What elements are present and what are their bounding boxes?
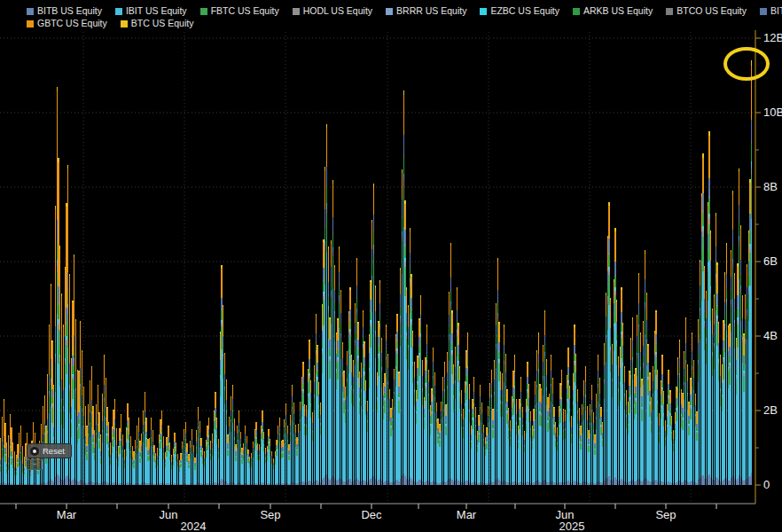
- bar-segment-ezbc: [348, 350, 349, 352]
- bar-segment-btc: [508, 408, 509, 409]
- bar-segment-bitb: [535, 481, 536, 485]
- legend-item-arkb[interactable]: ARKB US Equity: [573, 5, 653, 17]
- zoom-control-icon[interactable]: +: [27, 459, 43, 470]
- bar-segment-ezbc: [628, 424, 629, 425]
- legend-item-gbtc[interactable]: GBTC US Equity: [27, 18, 107, 29]
- bar-segment-btc: [651, 397, 652, 398]
- bar-segment-arkb: [690, 401, 691, 405]
- legend-item-fbtc[interactable]: FBTC US Equity: [200, 5, 279, 17]
- bar-segment-gbtc: [718, 324, 719, 343]
- bar-segment-bitx: [88, 426, 89, 430]
- legend-item-bitb[interactable]: BITB US Equity: [27, 5, 102, 17]
- bar-segment-btc: [716, 213, 716, 216]
- bar-segment-btc: [317, 345, 317, 347]
- bar-segment-hodl: [282, 452, 283, 453]
- bar-segment-bitx: [500, 390, 501, 395]
- bar-segment-bitb: [700, 478, 700, 485]
- bar-segment-ibit: [36, 468, 37, 483]
- bar-segment-hodl: [246, 450, 247, 450]
- bar-segment-ezbc: [394, 392, 395, 393]
- bar-segment-hodl: [82, 411, 82, 412]
- bar-segment-ibit: [395, 387, 396, 481]
- bar-segment-ibit: [628, 434, 629, 482]
- legend-item-brrr[interactable]: BRRR US Equity: [386, 5, 466, 17]
- bar-segment-ibit: [567, 399, 568, 481]
- bar-segment-ibit: [31, 469, 32, 484]
- bar-segment-bitb: [320, 482, 321, 485]
- bar-segment-hodl: [535, 407, 536, 409]
- bar-segment-bitx: [271, 456, 272, 458]
- bar-segment-ibit: [457, 356, 457, 479]
- bar-segment-bitx: [227, 443, 228, 446]
- bar-segment-ezbc: [160, 440, 160, 441]
- legend-item-btco[interactable]: BTCO US Equity: [666, 5, 747, 17]
- bar-segment-gbtc: [450, 246, 451, 277]
- bar-segment-hodl: [514, 387, 515, 389]
- bar-segment-bitx: [152, 442, 153, 444]
- bar-segment-ibit: [481, 434, 482, 482]
- bar-segment-btco: [49, 383, 50, 384]
- bar-segment-arkb: [231, 416, 231, 419]
- bar-segment-brrr: [398, 398, 399, 399]
- bar-segment-gbtc: [386, 327, 387, 340]
- bar-segment-fbtc: [583, 410, 584, 420]
- legend-item-ezbc[interactable]: EZBC US Equity: [480, 5, 559, 17]
- bar-segment-arkb: [465, 399, 465, 403]
- bar-segment-ibit: [751, 219, 752, 473]
- bar-segment-bitb: [422, 481, 423, 485]
- legend-item-btc[interactable]: BTC US Equity: [121, 18, 194, 29]
- bar-segment-fbtc: [8, 465, 9, 470]
- bar-segment-hodl: [649, 403, 650, 405]
- bloomberg-volume-chart: MarJunSepDecMarJunSep2024202502B4B6B8B10…: [0, 0, 782, 532]
- bar-segment-hodl: [630, 377, 631, 379]
- bar-segment-bitx: [127, 420, 128, 425]
- bar-segment-ibit: [347, 396, 348, 481]
- bar-segment-btco: [557, 440, 558, 441]
- bar-segment-bitb: [33, 483, 34, 485]
- bar-segment-brrr: [553, 426, 554, 426]
- bar-segment-bitx: [214, 421, 215, 425]
- bar-segment-ibit: [243, 460, 244, 484]
- bar-segment-brrr: [220, 377, 221, 378]
- bar-segment-btc: [378, 321, 379, 323]
- bar-segment-bitx: [728, 351, 729, 359]
- bar-segment-btc: [669, 390, 670, 391]
- bar-segment-bitb: [356, 478, 357, 485]
- legend-item-bitx[interactable]: BITX US Equity: [760, 5, 782, 17]
- bar-segment-btc: [347, 351, 348, 353]
- bar-segment-btco: [67, 288, 68, 291]
- bar-segment-bitx: [168, 437, 168, 440]
- bar-segment-btc: [262, 411, 262, 411]
- bar-segment-bitx: [253, 448, 254, 450]
- bar-segment-hodl: [262, 431, 262, 432]
- bar-segment-btco: [575, 379, 576, 379]
- bar-segment-brrr: [616, 342, 617, 344]
- bar-segment-btco: [2, 445, 3, 446]
- chart-plot-area[interactable]: MarJunSepDecMarJunSep2024202502B4B6B8B10…: [0, 0, 782, 532]
- bar-segment-bitb: [596, 482, 597, 485]
- bar-segment-bitb: [331, 478, 332, 485]
- legend-item-ibit[interactable]: IBIT US Equity: [115, 5, 187, 17]
- bar-segment-arkb: [312, 427, 313, 430]
- bar-segment-bitx: [549, 408, 550, 412]
- bar-segment-brrr: [695, 415, 696, 416]
- bar-segment-brrr: [526, 421, 527, 422]
- bar-segment-ibit: [718, 381, 719, 480]
- bar-segment-arkb: [657, 396, 658, 401]
- legend-item-hodl[interactable]: HODL US Equity: [293, 5, 372, 17]
- bar-segment-bitx: [702, 193, 703, 210]
- bar-segment-ezbc: [119, 446, 120, 447]
- bar-segment-ibit: [155, 468, 156, 484]
- bar-segment-btc: [336, 332, 337, 334]
- bar-segment-fbtc: [30, 473, 31, 476]
- bar-segment-fbtc: [145, 440, 146, 447]
- bar-segment-hodl: [318, 406, 319, 408]
- reset-button[interactable]: Reset: [27, 443, 72, 458]
- bar-segment-ibit: [363, 368, 364, 480]
- bar-segment-hodl: [296, 450, 297, 451]
- bar-segment-btc: [608, 202, 609, 206]
- bar-segment-ibit: [141, 458, 142, 483]
- bar-segment-gbtc: [483, 426, 484, 433]
- bar-segment-ibit: [14, 475, 15, 484]
- bar-segment-hodl: [621, 334, 622, 337]
